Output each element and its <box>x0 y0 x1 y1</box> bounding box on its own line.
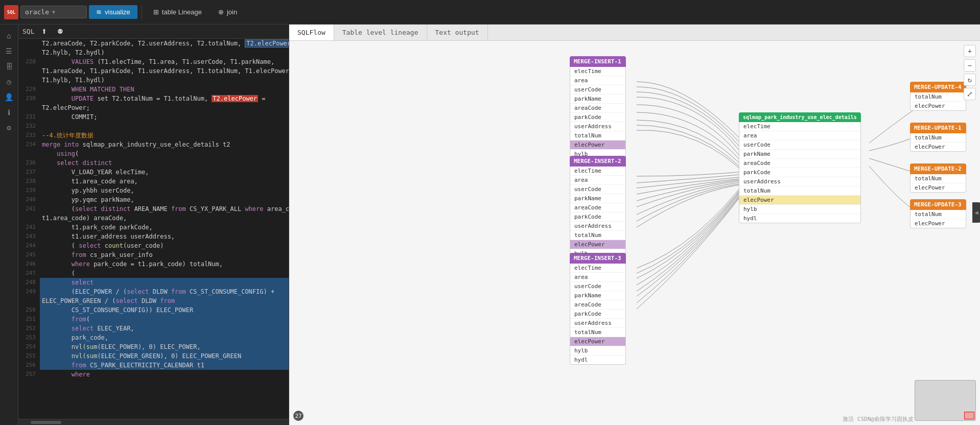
code-line: 253 park_code, <box>18 333 289 342</box>
tab-text-output[interactable]: Text output <box>427 25 488 40</box>
main-area: ⌂ ☰ 🗄 ◷ 👤 ℹ ⚙ SQL ⬆ ⚉ T2.areaCode, T2.pa… <box>0 25 980 425</box>
code-line: 232 <box>18 122 289 131</box>
field-parkName: parkName <box>570 291 625 300</box>
zoom-in-button[interactable]: + <box>964 45 976 57</box>
code-line: 228 VALUES (T1.elecTime, T1.area, T1.use… <box>18 57 289 66</box>
code-line: T1.hylb, T1.hydl) <box>18 76 289 85</box>
field-elecTime: elecTime <box>739 122 860 131</box>
sidebar-settings-icon[interactable]: ⚙ <box>2 121 16 135</box>
merge-update-3-node[interactable]: MERGE-UPDATE-3 totalNum elecPower <box>910 199 966 228</box>
chart-icon: ≋ <box>96 8 102 16</box>
field-areaCode: areaCode <box>739 159 860 168</box>
field-totalNum: totalNum <box>911 210 966 219</box>
horizontal-scrollbar[interactable] <box>18 419 289 425</box>
field-area: area <box>570 76 625 85</box>
separator <box>142 5 142 19</box>
field-elecPower: elecPower <box>911 219 966 228</box>
code-line: 236 select distinct <box>18 158 289 168</box>
oracle-selector[interactable]: oracle ▼ <box>20 6 87 18</box>
tab-table-lineage[interactable]: Table level lineage <box>334 25 427 40</box>
field-elecPower-hl: elecPower <box>570 337 625 346</box>
field-userCode: userCode <box>739 140 860 150</box>
field-parkCode: parkCode <box>570 310 625 319</box>
merge-update-4-node[interactable]: MERGE-UPDATE-4 totalNum elecPower <box>910 82 966 111</box>
merge-insert-2-node[interactable]: MERGE-INSERT-2 elecTime area userCode pa… <box>570 156 626 268</box>
canvas-area[interactable]: MERGE-INSERT-1 elecTime area userCode pa… <box>289 41 980 425</box>
code-line: 256 from CS_PARK_ELECTRICITY_CALENDAR t1 <box>18 361 289 370</box>
field-elecTime: elecTime <box>570 167 625 176</box>
sidebar-file-icon[interactable]: ☰ <box>2 44 16 58</box>
field-totalNum: totalNum <box>911 133 966 143</box>
sqlmap-node[interactable]: sqlmap_park_industry_use_elec_details el… <box>739 112 861 223</box>
code-line: 252 select ELEC_YEAR, <box>18 324 289 333</box>
field-parkName: parkName <box>570 194 625 203</box>
field-elecPower-hl: elecPower <box>739 196 860 205</box>
canvas-panel: SQLFlow Table level lineage Text output <box>289 25 980 425</box>
code-line: 244 ( select count(user_code) <box>18 241 289 250</box>
watermark: 激活 CSDN@俞陈学习固执皮 <box>843 415 914 423</box>
merge-update-1-body: totalNum elecPower <box>910 133 966 152</box>
code-line: 231 COMMIT; <box>18 112 289 122</box>
canvas-tabs: SQLFlow Table level lineage Text output <box>289 25 980 41</box>
field-userAddress: userAddress <box>570 222 625 231</box>
left-sidebar: ⌂ ☰ 🗄 ◷ 👤 ℹ ⚙ <box>0 25 18 425</box>
merge-update-1-node[interactable]: MERGE-UPDATE-1 totalNum elecPower <box>910 123 966 152</box>
merge-update-2-header: MERGE-UPDATE-2 <box>910 163 966 174</box>
refresh-button[interactable]: ↻ <box>964 74 976 86</box>
field-elecPower: elecPower <box>911 102 966 110</box>
field-totalNum: totalNum <box>570 328 625 337</box>
dropdown-arrow-icon: ▼ <box>52 9 55 15</box>
code-line: 238 t1.area_code area, <box>18 177 289 186</box>
sidebar-clock-icon[interactable]: ◷ <box>2 75 16 89</box>
zoom-out-button[interactable]: − <box>964 59 976 72</box>
code-line: 245 from cs_park_user_info <box>18 250 289 259</box>
field-hydl: hydl <box>739 214 860 223</box>
field-userCode: userCode <box>570 282 625 291</box>
sidebar-home-icon[interactable]: ⌂ <box>2 29 16 43</box>
field-parkCode: parkCode <box>739 168 860 177</box>
sidebar-person-icon[interactable]: 👤 <box>2 90 16 104</box>
minimap <box>915 380 976 421</box>
sidebar-db-icon[interactable]: 🗄 <box>2 59 16 74</box>
merge-insert-3-header: MERGE-INSERT-3 <box>570 253 626 264</box>
join-icon: ⊕ <box>218 8 224 16</box>
code-content[interactable]: T2.areaCode, T2.parkCode, T2.userAddress… <box>18 39 289 419</box>
code-line: 249 (ELEC_POWER / (select DLDW from CS_S… <box>18 287 289 296</box>
top-bar: SQL oracle ▼ ≋ visualize ⊞ table Lineage… <box>0 0 980 25</box>
visualize-button[interactable]: ≋ visualize <box>89 5 137 19</box>
code-line: t1.area_code) areaCode, <box>18 214 289 223</box>
flow-connections <box>289 41 980 425</box>
upload-button[interactable]: ⬆ <box>38 27 50 36</box>
table-icon: ⊞ <box>153 8 159 16</box>
table-lineage-button[interactable]: ⊞ table Lineage <box>146 5 209 19</box>
field-hylb: hylb <box>570 346 625 356</box>
scroll-thumb <box>31 421 61 424</box>
sidebar-info-icon[interactable]: ℹ <box>2 105 16 120</box>
join-button[interactable]: ⊕ join <box>211 5 244 19</box>
merge-insert-1-body: elecTime area userCode parkName areaCode… <box>570 67 626 168</box>
code-line: T1.areaCode, T1.parkCode, T1.userAddress… <box>18 66 289 76</box>
tab-sqlflow[interactable]: SQLFlow <box>289 25 334 40</box>
merge-insert-1-node[interactable]: MERGE-INSERT-1 elecTime area userCode pa… <box>570 56 626 168</box>
share-button[interactable]: ⚉ <box>54 27 66 36</box>
field-parkCode: parkCode <box>570 113 625 122</box>
merge-update-2-body: totalNum elecPower <box>910 174 966 193</box>
merge-insert-3-node[interactable]: MERGE-INSERT-3 elecTime area userCode pa… <box>570 253 626 365</box>
code-line: T2.elecPower; <box>18 103 289 112</box>
field-area: area <box>570 273 625 282</box>
code-panel: SQL ⬆ ⚉ T2.areaCode, T2.parkCode, T2.use… <box>18 25 289 425</box>
field-parkName: parkName <box>570 95 625 104</box>
code-toolbar: SQL ⬆ ⚉ <box>18 25 289 39</box>
code-line: using( <box>18 149 289 158</box>
code-line: 248 select <box>18 278 289 287</box>
field-userAddress: userAddress <box>570 122 625 131</box>
sqlmap-body: elecTime area userCode parkName areaCode… <box>739 122 861 223</box>
code-line: ELEC_POWER_GREEN / (select DLDW from <box>18 296 289 305</box>
code-line: 230 UPDATE set T2.totalNum = T1.totalNum… <box>18 94 289 103</box>
code-line: 254 nvl(sum(ELEC_POWER), 0) ELEC_POWER, <box>18 342 289 351</box>
merge-update-2-node[interactable]: MERGE-UPDATE-2 totalNum elecPower <box>910 163 966 193</box>
code-line: 243 t1.user_address userAddress, <box>18 232 289 241</box>
info-badge[interactable]: 27 <box>293 411 304 421</box>
expand-button[interactable]: ⤢ <box>964 88 976 100</box>
field-hydl: hydl <box>570 356 625 364</box>
